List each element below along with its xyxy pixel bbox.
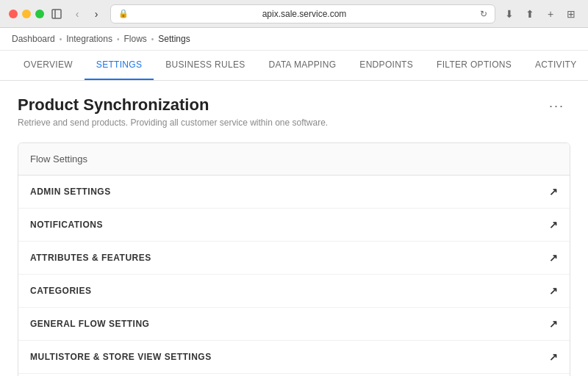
tab-activity[interactable]: ACTIVITY bbox=[523, 51, 588, 80]
svg-rect-0 bbox=[52, 10, 61, 18]
tab-overview[interactable]: OVERVIEW bbox=[12, 51, 85, 80]
tab-filter-options[interactable]: FILTER OPTIONS bbox=[425, 51, 523, 80]
back-button[interactable]: ‹ bbox=[69, 6, 85, 22]
settings-item-admin-label: ADMIN SETTINGS bbox=[30, 187, 111, 197]
settings-item-multistore[interactable]: MULTISTORE & STORE VIEW SETTINGS ↗ bbox=[18, 341, 570, 374]
page-menu-button[interactable]: ··· bbox=[543, 95, 570, 117]
browser-navigation: ‹ › bbox=[69, 6, 104, 22]
settings-item-general-flow-arrow: ↗ bbox=[549, 318, 558, 330]
url-display: apix.sale.service.com bbox=[133, 9, 476, 19]
breadcrumb-dashboard[interactable]: Dashboard bbox=[12, 34, 55, 44]
new-tab-button[interactable]: + bbox=[542, 6, 559, 22]
settings-item-general-flow-label: GENERAL FLOW SETTING bbox=[30, 319, 149, 329]
app-container: Dashboard • Integrations • Flows • Setti… bbox=[0, 28, 588, 376]
settings-item-notifications-arrow: ↗ bbox=[549, 219, 558, 231]
sidebar-toggle-button[interactable] bbox=[50, 7, 63, 21]
settings-item-general-flow[interactable]: GENERAL FLOW SETTING ↗ bbox=[18, 308, 570, 341]
minimize-button[interactable] bbox=[22, 10, 31, 18]
settings-item-notifications-label: NOTIFICATIONS bbox=[30, 220, 103, 230]
settings-panel-header: Flow Settings bbox=[18, 143, 570, 176]
settings-item-attributes-arrow: ↗ bbox=[549, 252, 558, 264]
page-title-area: Product Synchronization Retrieve and sen… bbox=[18, 95, 328, 128]
settings-item-admin-arrow: ↗ bbox=[549, 186, 558, 198]
nav-tabs: OVERVIEW SETTINGS BUSINESS RULES DATA MA… bbox=[0, 51, 588, 81]
page-title: Product Synchronization bbox=[18, 95, 328, 115]
tab-business-rules[interactable]: BUSINESS RULES bbox=[154, 51, 257, 80]
forward-button[interactable]: › bbox=[88, 6, 104, 22]
main-content: Product Synchronization Retrieve and sen… bbox=[0, 81, 588, 376]
traffic-lights bbox=[9, 10, 44, 18]
tab-endpoints[interactable]: ENDPOINTS bbox=[348, 51, 425, 80]
settings-item-multistore-arrow: ↗ bbox=[549, 351, 558, 363]
close-button[interactable] bbox=[9, 10, 18, 18]
address-bar[interactable]: 🔒 apix.sale.service.com ↻ bbox=[110, 4, 495, 24]
settings-item-categories-label: CATEGORIES bbox=[30, 286, 91, 296]
browser-chrome: ‹ › 🔒 apix.sale.service.com ↻ ⬇ ⬆ + ⊞ bbox=[0, 0, 588, 28]
settings-item-categories-arrow: ↗ bbox=[549, 285, 558, 297]
settings-item-admin[interactable]: ADMIN SETTINGS ↗ bbox=[18, 176, 570, 209]
settings-item-multistore-label: MULTISTORE & STORE VIEW SETTINGS bbox=[30, 352, 212, 362]
share-button[interactable]: ⬆ bbox=[522, 6, 538, 22]
page-header: Product Synchronization Retrieve and sen… bbox=[18, 95, 570, 128]
settings-item-attributes-label: ATTRIBUTES & FEATURES bbox=[30, 253, 151, 263]
tab-data-mapping[interactable]: DATA MAPPING bbox=[257, 51, 348, 80]
breadcrumb: Dashboard • Integrations • Flows • Setti… bbox=[0, 28, 588, 51]
download-button[interactable]: ⬇ bbox=[501, 6, 517, 22]
breadcrumb-settings: Settings bbox=[158, 34, 190, 44]
extensions-button[interactable]: ⊞ bbox=[563, 6, 579, 22]
breadcrumb-integrations[interactable]: Integrations bbox=[66, 34, 112, 44]
settings-panel: Flow Settings ADMIN SETTINGS ↗ NOTIFICAT… bbox=[18, 142, 570, 376]
settings-item-notifications[interactable]: NOTIFICATIONS ↗ bbox=[18, 209, 570, 242]
browser-action-buttons: ⬇ ⬆ + ⊞ bbox=[501, 6, 579, 22]
maximize-button[interactable] bbox=[35, 10, 44, 18]
settings-item-categories[interactable]: CATEGORIES ↗ bbox=[18, 275, 570, 308]
page-subtitle: Retrieve and send products. Providing al… bbox=[18, 118, 328, 128]
breadcrumb-flows[interactable]: Flows bbox=[123, 34, 146, 44]
refresh-icon[interactable]: ↻ bbox=[480, 9, 487, 19]
settings-item-attributes[interactable]: ATTRIBUTES & FEATURES ↗ bbox=[18, 242, 570, 275]
security-icon: 🔒 bbox=[118, 9, 129, 18]
tab-settings[interactable]: SETTINGS bbox=[85, 51, 154, 80]
